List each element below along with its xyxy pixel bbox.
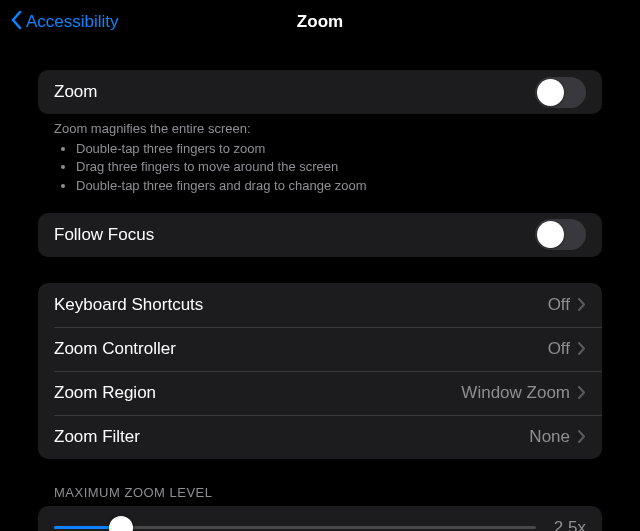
zoom-help-text: Zoom magnifies the entire screen: Double… (38, 114, 602, 195)
zoom-toggle[interactable] (535, 77, 586, 108)
option-label: Keyboard Shortcuts (54, 295, 203, 315)
options-group: Keyboard Shortcuts Off Zoom Controller O… (38, 283, 602, 459)
max-zoom-value: 2.5x (550, 518, 586, 531)
zoom-help-intro: Zoom magnifies the entire screen: (54, 120, 586, 138)
option-label: Zoom Filter (54, 427, 140, 447)
max-zoom-slider-row: 2.5x (38, 506, 602, 531)
follow-focus-row[interactable]: Follow Focus (38, 213, 602, 257)
option-value: Off (548, 339, 570, 359)
chevron-right-icon (578, 430, 586, 443)
option-label: Zoom Region (54, 383, 156, 403)
toggle-knob (537, 221, 564, 248)
slider-thumb[interactable] (109, 516, 133, 531)
option-value: Off (548, 295, 570, 315)
zoom-help-list: Double-tap three fingers to zoom Drag th… (54, 140, 586, 195)
back-button[interactable]: Accessibility (0, 10, 119, 35)
back-label: Accessibility (26, 12, 119, 32)
zoom-toggle-label: Zoom (54, 82, 97, 102)
chevron-right-icon (578, 298, 586, 311)
option-label: Zoom Controller (54, 339, 176, 359)
keyboard-shortcuts-row[interactable]: Keyboard Shortcuts Off (38, 283, 602, 327)
zoom-help-item: Drag three fingers to move around the sc… (76, 158, 586, 176)
zoom-help-item: Double-tap three fingers and drag to cha… (76, 177, 586, 195)
toggle-knob (537, 79, 564, 106)
follow-focus-label: Follow Focus (54, 225, 154, 245)
page-title: Zoom (297, 12, 343, 32)
chevron-left-icon (10, 10, 22, 35)
max-zoom-slider[interactable] (54, 516, 536, 531)
chevron-right-icon (578, 386, 586, 399)
option-value: None (529, 427, 570, 447)
chevron-right-icon (578, 342, 586, 355)
navbar: Accessibility Zoom (0, 0, 640, 44)
zoom-help-item: Double-tap three fingers to zoom (76, 140, 586, 158)
max-zoom-header: MAXIMUM ZOOM LEVEL (38, 485, 602, 506)
zoom-filter-row[interactable]: Zoom Filter None (38, 415, 602, 459)
zoom-controller-row[interactable]: Zoom Controller Off (38, 327, 602, 371)
zoom-toggle-row[interactable]: Zoom (38, 70, 602, 114)
follow-focus-toggle[interactable] (535, 219, 586, 250)
zoom-region-row[interactable]: Zoom Region Window Zoom (38, 371, 602, 415)
option-value: Window Zoom (461, 383, 570, 403)
